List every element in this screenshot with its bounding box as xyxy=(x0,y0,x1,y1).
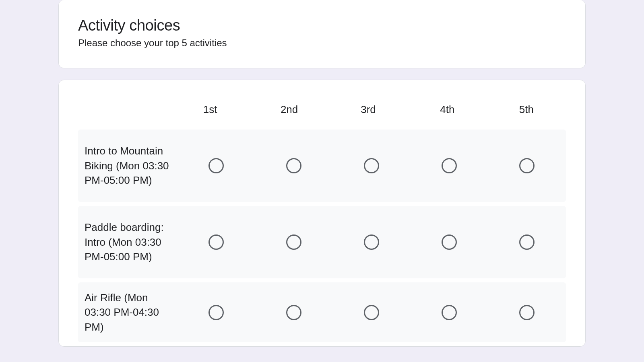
grid-header-row: 1st 2nd 3rd 4th 5th xyxy=(78,103,566,116)
grid-row: Air Rifle (Mon 03:30 PM-04:30 PM) xyxy=(78,282,566,342)
radio-row2-1st[interactable] xyxy=(208,305,224,320)
radio-row2-2nd[interactable] xyxy=(286,305,301,320)
radio-row0-1st[interactable] xyxy=(208,158,224,173)
radio-row2-5th[interactable] xyxy=(519,305,535,320)
column-header-1st: 1st xyxy=(171,103,250,116)
radio-row1-5th[interactable] xyxy=(519,234,535,250)
section-header-card: Activity choices Please choose your top … xyxy=(58,0,586,68)
section-title: Activity choices xyxy=(78,17,566,34)
radio-row2-4th[interactable] xyxy=(442,305,457,320)
radio-row2-3rd[interactable] xyxy=(364,305,379,320)
radio-row0-5th[interactable] xyxy=(519,158,535,173)
radio-row0-2nd[interactable] xyxy=(286,158,301,173)
column-header-3rd: 3rd xyxy=(329,103,408,116)
row-label: Intro to Mountain Biking (Mon 03:30 PM-0… xyxy=(85,144,177,187)
radio-row1-1st[interactable] xyxy=(208,234,224,250)
grid-row: Intro to Mountain Biking (Mon 03:30 PM-0… xyxy=(78,130,566,202)
column-header-2nd: 2nd xyxy=(250,103,328,116)
column-header-4th: 4th xyxy=(408,103,487,116)
section-description: Please choose your top 5 activities xyxy=(78,37,566,49)
choice-grid-card: 1st 2nd 3rd 4th 5th Intro to Mountain Bi… xyxy=(58,80,586,347)
radio-row1-4th[interactable] xyxy=(442,234,457,250)
column-header-5th: 5th xyxy=(487,103,566,116)
radio-row0-4th[interactable] xyxy=(442,158,457,173)
grid-row: Paddle boarding: Intro (Mon 03:30 PM-05:… xyxy=(78,206,566,278)
radio-row1-2nd[interactable] xyxy=(286,234,301,250)
row-label: Paddle boarding: Intro (Mon 03:30 PM-05:… xyxy=(85,220,177,264)
radio-row1-3rd[interactable] xyxy=(364,234,379,250)
row-label: Air Rifle (Mon 03:30 PM-04:30 PM) xyxy=(85,290,177,334)
radio-row0-3rd[interactable] xyxy=(364,158,379,173)
